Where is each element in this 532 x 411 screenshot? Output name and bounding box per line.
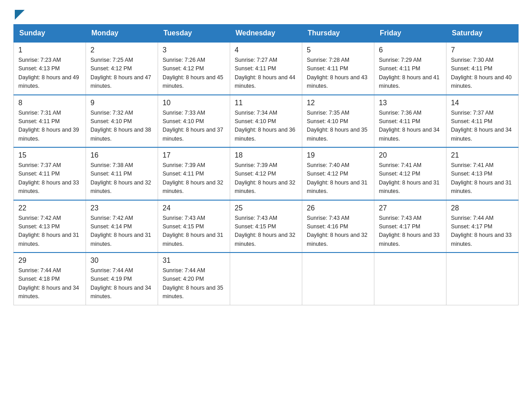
day-info: Sunrise: 7:44 AM Sunset: 4:18 PM Dayligh… (18, 266, 81, 301)
daylight-label: Daylight: 8 hours and 45 minutes. (163, 74, 223, 89)
day-number: 19 (307, 151, 369, 159)
day-info: Sunrise: 7:30 AM Sunset: 4:11 PM Dayligh… (451, 56, 514, 91)
daylight-label: Daylight: 8 hours and 33 minutes. (379, 232, 440, 247)
sunset-label: Sunset: 4:11 PM (18, 118, 60, 124)
daylight-label: Daylight: 8 hours and 31 minutes. (451, 180, 512, 194)
daylight-label: Daylight: 8 hours and 37 minutes. (163, 127, 223, 141)
day-number: 18 (235, 151, 297, 159)
table-row: 31 Sunrise: 7:44 AM Sunset: 4:20 PM Dayl… (158, 253, 230, 305)
table-row (446, 253, 519, 305)
day-info: Sunrise: 7:44 AM Sunset: 4:17 PM Dayligh… (451, 214, 514, 249)
day-info: Sunrise: 7:26 AM Sunset: 4:12 PM Dayligh… (163, 56, 225, 91)
sunset-label: Sunset: 4:20 PM (163, 276, 204, 282)
day-number: 1 (18, 46, 81, 54)
sunset-label: Sunset: 4:11 PM (451, 118, 492, 124)
sunset-label: Sunset: 4:15 PM (163, 223, 204, 230)
day-number: 26 (307, 204, 369, 212)
table-row: 12 Sunrise: 7:35 AM Sunset: 4:10 PM Dayl… (302, 95, 374, 148)
sunrise-label: Sunrise: 7:41 AM (451, 162, 493, 168)
day-number: 15 (18, 151, 81, 159)
day-number: 29 (18, 257, 81, 265)
sunset-label: Sunset: 4:12 PM (379, 171, 420, 177)
sunrise-label: Sunrise: 7:44 AM (90, 267, 133, 274)
day-info: Sunrise: 7:32 AM Sunset: 4:10 PM Dayligh… (90, 109, 153, 144)
day-info: Sunrise: 7:43 AM Sunset: 4:16 PM Dayligh… (307, 214, 369, 249)
sunrise-label: Sunrise: 7:36 AM (379, 110, 421, 116)
sunrise-label: Sunrise: 7:37 AM (451, 110, 493, 116)
sunrise-label: Sunrise: 7:27 AM (235, 57, 277, 63)
day-number: 11 (235, 99, 297, 107)
day-info: Sunrise: 7:37 AM Sunset: 4:11 PM Dayligh… (18, 161, 81, 196)
day-info: Sunrise: 7:31 AM Sunset: 4:11 PM Dayligh… (18, 109, 81, 144)
sunrise-label: Sunrise: 7:39 AM (163, 162, 205, 168)
day-info: Sunrise: 7:43 AM Sunset: 4:15 PM Dayligh… (163, 214, 225, 249)
table-row: 29 Sunrise: 7:44 AM Sunset: 4:18 PM Dayl… (14, 253, 86, 305)
sunrise-label: Sunrise: 7:42 AM (18, 215, 61, 221)
sunrise-label: Sunrise: 7:43 AM (307, 215, 349, 221)
table-row: 25 Sunrise: 7:43 AM Sunset: 4:15 PM Dayl… (230, 200, 302, 253)
daylight-label: Daylight: 8 hours and 40 minutes. (451, 74, 512, 89)
sunset-label: Sunset: 4:12 PM (307, 171, 348, 177)
table-row: 11 Sunrise: 7:34 AM Sunset: 4:10 PM Dayl… (230, 95, 302, 148)
day-number: 16 (90, 151, 153, 159)
daylight-label: Daylight: 8 hours and 41 minutes. (379, 74, 440, 89)
col-tuesday: Tuesday (158, 25, 230, 43)
daylight-label: Daylight: 8 hours and 47 minutes. (90, 74, 151, 89)
table-row: 27 Sunrise: 7:43 AM Sunset: 4:17 PM Dayl… (374, 200, 446, 253)
sunrise-label: Sunrise: 7:32 AM (90, 110, 133, 116)
sunset-label: Sunset: 4:13 PM (18, 65, 60, 72)
daylight-label: Daylight: 8 hours and 32 minutes. (235, 232, 296, 247)
table-row: 10 Sunrise: 7:33 AM Sunset: 4:10 PM Dayl… (158, 95, 230, 148)
day-info: Sunrise: 7:23 AM Sunset: 4:13 PM Dayligh… (18, 56, 81, 91)
day-number: 23 (90, 204, 153, 212)
day-info: Sunrise: 7:28 AM Sunset: 4:11 PM Dayligh… (307, 56, 369, 91)
day-number: 7 (451, 46, 514, 54)
sunrise-label: Sunrise: 7:43 AM (163, 215, 205, 221)
table-row: 21 Sunrise: 7:41 AM Sunset: 4:13 PM Dayl… (446, 147, 519, 200)
day-info: Sunrise: 7:39 AM Sunset: 4:12 PM Dayligh… (235, 161, 297, 196)
sunset-label: Sunset: 4:12 PM (90, 65, 132, 72)
table-row: 1 Sunrise: 7:23 AM Sunset: 4:13 PM Dayli… (14, 42, 86, 95)
sunset-label: Sunset: 4:16 PM (307, 223, 348, 230)
sunset-label: Sunset: 4:11 PM (307, 65, 348, 72)
day-number: 21 (451, 151, 514, 159)
day-info: Sunrise: 7:41 AM Sunset: 4:13 PM Dayligh… (451, 161, 514, 196)
sunset-label: Sunset: 4:13 PM (18, 223, 60, 230)
daylight-label: Daylight: 8 hours and 31 minutes. (163, 232, 223, 247)
sunset-label: Sunset: 4:10 PM (307, 118, 348, 124)
table-row: 4 Sunrise: 7:27 AM Sunset: 4:11 PM Dayli… (230, 42, 302, 95)
table-row: 9 Sunrise: 7:32 AM Sunset: 4:10 PM Dayli… (86, 95, 158, 148)
logo (13, 9, 25, 20)
calendar-table: Sunday Monday Tuesday Wednesday Thursday… (13, 24, 519, 305)
daylight-label: Daylight: 8 hours and 31 minutes. (379, 180, 440, 194)
daylight-label: Daylight: 8 hours and 31 minutes. (18, 232, 79, 247)
col-saturday: Saturday (446, 25, 519, 43)
daylight-label: Daylight: 8 hours and 31 minutes. (90, 232, 151, 247)
sunset-label: Sunset: 4:11 PM (379, 65, 420, 72)
daylight-label: Daylight: 8 hours and 34 minutes. (90, 285, 151, 300)
table-row: 3 Sunrise: 7:26 AM Sunset: 4:12 PM Dayli… (158, 42, 230, 95)
daylight-label: Daylight: 8 hours and 38 minutes. (90, 127, 151, 141)
sunset-label: Sunset: 4:11 PM (18, 171, 60, 177)
table-row: 18 Sunrise: 7:39 AM Sunset: 4:12 PM Dayl… (230, 147, 302, 200)
day-info: Sunrise: 7:35 AM Sunset: 4:10 PM Dayligh… (307, 109, 369, 144)
col-friday: Friday (374, 25, 446, 43)
sunrise-label: Sunrise: 7:31 AM (18, 110, 61, 116)
day-info: Sunrise: 7:33 AM Sunset: 4:10 PM Dayligh… (163, 109, 225, 144)
day-number: 4 (235, 46, 297, 54)
table-row: 8 Sunrise: 7:31 AM Sunset: 4:11 PM Dayli… (14, 95, 86, 148)
sunrise-label: Sunrise: 7:40 AM (307, 162, 349, 168)
day-number: 14 (451, 99, 514, 107)
table-row: 26 Sunrise: 7:43 AM Sunset: 4:16 PM Dayl… (302, 200, 374, 253)
day-info: Sunrise: 7:29 AM Sunset: 4:11 PM Dayligh… (379, 56, 442, 91)
day-number: 22 (18, 204, 81, 212)
daylight-label: Daylight: 8 hours and 35 minutes. (163, 285, 223, 300)
sunrise-label: Sunrise: 7:37 AM (18, 162, 61, 168)
day-info: Sunrise: 7:25 AM Sunset: 4:12 PM Dayligh… (90, 56, 153, 91)
day-number: 31 (163, 257, 225, 265)
daylight-label: Daylight: 8 hours and 33 minutes. (451, 232, 512, 247)
sunset-label: Sunset: 4:12 PM (163, 65, 204, 72)
daylight-label: Daylight: 8 hours and 49 minutes. (18, 74, 79, 89)
daylight-label: Daylight: 8 hours and 39 minutes. (18, 127, 79, 141)
sunset-label: Sunset: 4:18 PM (18, 276, 60, 282)
